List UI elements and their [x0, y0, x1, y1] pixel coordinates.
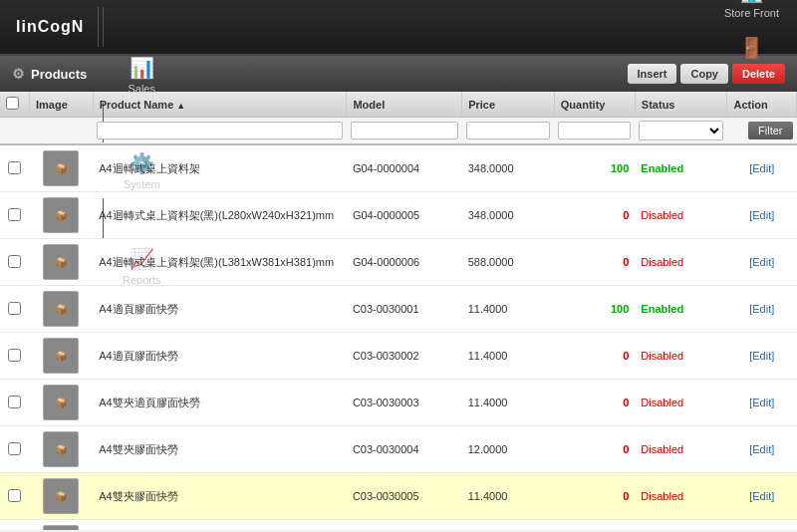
- row-price: 12.0000: [462, 426, 555, 473]
- filter-status-cell: Enabled Disabled: [635, 118, 727, 145]
- row-checkbox[interactable]: [8, 302, 21, 315]
- row-checkbox-cell: [0, 333, 30, 380]
- th-model[interactable]: Model: [347, 92, 462, 118]
- status-value: Disabled: [641, 443, 683, 455]
- nav-sep: [103, 7, 104, 47]
- filter-button[interactable]: Filter: [748, 122, 792, 139]
- table-row: 📦 A4雙夾適頁膠面快勞 C03-0030003 11.4000 0 Disab…: [0, 380, 797, 426]
- row-checkbox[interactable]: [8, 442, 21, 455]
- row-status: Disabled: [635, 473, 727, 520]
- row-quantity: 0: [554, 520, 635, 531]
- row-action: [Edit]: [727, 520, 797, 531]
- edit-link[interactable]: [Edit]: [749, 350, 774, 362]
- row-quantity: 0: [554, 426, 635, 473]
- sort-arrow-icon: ▲: [176, 101, 185, 111]
- row-status: Disabled: [635, 380, 727, 426]
- nav-label: Sales: [128, 83, 155, 95]
- filter-price-input[interactable]: [466, 122, 551, 139]
- row-image-cell: 📦: [30, 380, 94, 426]
- th-price[interactable]: Price: [462, 92, 555, 118]
- row-model: C03-0030002: [347, 333, 462, 380]
- qty-value: 100: [611, 303, 629, 315]
- row-quantity: 100: [554, 144, 635, 192]
- row-model: G04-0000005: [347, 192, 462, 239]
- row-checkbox[interactable]: [8, 396, 21, 408]
- filter-qty-input[interactable]: [558, 122, 631, 139]
- row-image-cell: 📦: [30, 239, 94, 286]
- row-checkbox[interactable]: [8, 161, 21, 174]
- th-action: Action: [727, 92, 797, 118]
- row-checkbox[interactable]: [8, 208, 21, 221]
- row-status: Disabled: [635, 192, 727, 239]
- page-title: Products: [31, 67, 87, 82]
- edit-link[interactable]: [Edit]: [749, 256, 774, 268]
- select-all-checkbox[interactable]: [6, 97, 19, 110]
- row-action: [Edit]: [727, 286, 797, 333]
- filter-name-input[interactable]: [97, 122, 343, 139]
- brand-logo: linCogN: [4, 18, 96, 36]
- status-value: Disabled: [641, 256, 683, 268]
- logout-icon: 🚪: [739, 36, 764, 60]
- row-status: Enabled: [635, 144, 727, 192]
- edit-link[interactable]: [Edit]: [749, 209, 774, 221]
- sales-icon: 📊: [130, 56, 154, 80]
- nav-separator: [98, 7, 99, 47]
- row-action: [Edit]: [727, 333, 797, 380]
- row-model: C03-0030005: [347, 473, 462, 520]
- edit-link[interactable]: [Edit]: [749, 443, 774, 455]
- row-price: 4.8000: [462, 520, 555, 531]
- row-image-cell: 📦: [30, 473, 94, 520]
- row-checkbox[interactable]: [8, 489, 21, 502]
- row-status: Disabled: [635, 520, 727, 531]
- th-image: Image: [30, 92, 94, 118]
- row-product-name: A4雙夾適頁膠面快勞: [93, 380, 347, 426]
- th-quantity[interactable]: Quantity: [554, 92, 635, 118]
- edit-link[interactable]: [Edit]: [749, 303, 774, 315]
- edit-link[interactable]: [Edit]: [749, 490, 774, 502]
- nav-item-extensions[interactable]: 🔧Extensions: [101, 0, 182, 7]
- row-quantity: 0: [554, 239, 635, 286]
- qty-value: 100: [611, 162, 629, 174]
- row-product-name: A4雙夾膠面快勞: [93, 473, 347, 520]
- row-price: 11.4000: [462, 473, 555, 520]
- edit-link[interactable]: [Edit]: [749, 162, 774, 174]
- qty-value: 0: [623, 443, 629, 455]
- delete-button[interactable]: Delete: [732, 64, 785, 84]
- filter-status-select[interactable]: Enabled Disabled: [639, 121, 723, 140]
- filter-model-input[interactable]: [351, 122, 458, 139]
- nav-item-storefront[interactable]: 🏪Store Front: [710, 0, 793, 27]
- row-product-name: A4適頁膠面快勞: [93, 333, 347, 380]
- settings-icon: ⚙: [12, 66, 25, 82]
- qty-value: 0: [623, 490, 629, 502]
- row-model: C03-0030003: [347, 380, 462, 426]
- th-status[interactable]: Status: [635, 92, 727, 118]
- th-checkbox: [0, 92, 30, 118]
- row-status: Disabled: [635, 239, 727, 286]
- row-price: 348.0000: [462, 192, 555, 239]
- row-model: G04-0000006: [347, 239, 462, 286]
- row-quantity: 0: [554, 333, 635, 380]
- nav-item-sales[interactable]: 📊Sales: [101, 47, 182, 103]
- filter-action-cell: Filter: [727, 118, 797, 145]
- product-image: 📦: [43, 338, 79, 374]
- row-action: [Edit]: [727, 192, 797, 239]
- row-image-cell: 📦: [30, 286, 94, 333]
- copy-button[interactable]: Copy: [680, 64, 728, 84]
- row-price: 588.0000: [462, 239, 555, 286]
- filter-model-cell: [347, 118, 462, 145]
- status-value: Disabled: [641, 397, 683, 408]
- page-title-container: ⚙ Products: [12, 66, 87, 82]
- product-image: 📦: [43, 525, 79, 530]
- row-image-cell: 📦: [30, 333, 94, 380]
- row-model: C03-0030001: [347, 286, 462, 333]
- table-row: 📦 A4雙夾膠面快勞 C03-0030004 12.0000 0 Disable…: [0, 426, 797, 473]
- row-action: [Edit]: [727, 380, 797, 426]
- row-status: Enabled: [635, 286, 727, 333]
- insert-button[interactable]: Insert: [628, 64, 677, 84]
- qty-value: 0: [623, 209, 629, 221]
- row-checkbox[interactable]: [8, 255, 21, 268]
- row-model: C03-0030004: [347, 426, 462, 473]
- row-checkbox[interactable]: [8, 349, 21, 362]
- edit-link[interactable]: [Edit]: [749, 397, 774, 408]
- row-checkbox-cell: [0, 144, 30, 192]
